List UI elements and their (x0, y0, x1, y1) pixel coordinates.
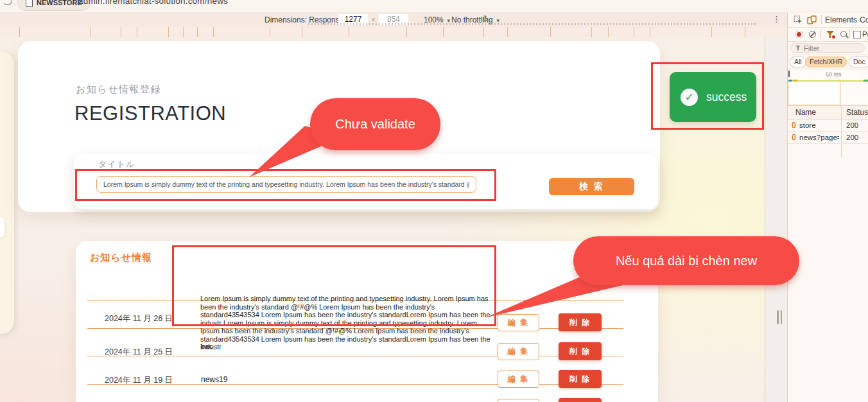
json-icon: {} (792, 134, 796, 140)
overview-bar (788, 80, 792, 82)
overview-bar (864, 80, 868, 82)
row-content: bac (201, 342, 213, 350)
screen: NEWSSTORE admin.firematchlat-solution.co… (0, 0, 868, 402)
browser-url-bar: NEWSSTORE admin.firematchlat-solution.co… (0, 0, 868, 12)
callout-validate: Chưa validate (310, 98, 440, 150)
annotation-rect-input (75, 169, 496, 201)
edit-button[interactable]: 編 集 (498, 314, 539, 331)
row-content: news19 (201, 375, 227, 384)
filter-pill-doc[interactable]: Doc (849, 57, 868, 67)
overview-bar (793, 80, 797, 82)
media-query-strip (308, 23, 758, 25)
column-name[interactable]: Name (795, 108, 816, 117)
device-toolbar: Dimensions: Responsive▼ 1277 × 854 100%▼… (0, 12, 787, 28)
device-toolbar-icon[interactable] (807, 15, 817, 24)
page-viewport: お知らせ情報登録 REGISTRATION タイトル 検 索 お知らせ情報 20… (0, 37, 765, 402)
filter-active-dot (832, 35, 835, 39)
preserve-log-label: Preserve log (862, 30, 868, 38)
tab-elements[interactable]: Elements (825, 15, 857, 24)
search-icon[interactable] (840, 31, 847, 37)
clear-network-icon[interactable] (809, 31, 816, 38)
delete-button[interactable]: 削 除 (559, 342, 602, 360)
side-drawer[interactable] (0, 51, 14, 334)
network-filter-input[interactable]: Filter (790, 43, 865, 53)
overview-selection-box (788, 80, 840, 105)
devtools-panel: Elements Console Preserve log Filter All… (787, 13, 868, 402)
network-overview[interactable]: 50 ms (788, 69, 868, 105)
edit-button[interactable]: 編 集 (498, 343, 539, 360)
page-icon (26, 0, 33, 7)
filter-pill-all[interactable]: All (790, 57, 806, 67)
check-circle-icon: ✓ (681, 89, 698, 106)
viewport-resize-handle[interactable] (777, 310, 782, 324)
drawer-handle[interactable] (0, 217, 4, 238)
edit-button[interactable]: 編 集 (498, 399, 539, 402)
timeline-time-label: 50 ms (826, 71, 842, 78)
tab-console[interactable]: Console (860, 15, 868, 24)
column-status[interactable]: Status (846, 108, 868, 117)
toast-text: success (706, 91, 747, 104)
row-date: 2024年 11 月 25 日 (105, 347, 173, 358)
edit-button[interactable]: 編 集 (498, 371, 539, 388)
site-pill-label: NEWSSTORE (37, 0, 82, 6)
inspect-element-icon[interactable] (794, 15, 803, 24)
filter-pill-fetch-xhr[interactable]: Fetch/XHR (805, 57, 847, 67)
more-options-icon[interactable]: ⋮ (772, 14, 781, 24)
annotation-rect-content (172, 245, 496, 326)
overview-bar (797, 80, 864, 82)
search-button[interactable]: 検 索 (549, 178, 634, 195)
request-row[interactable]: {} store 200 (788, 119, 868, 132)
delete-button[interactable]: 削 除 (559, 370, 602, 388)
reload-icon[interactable] (3, 0, 12, 5)
row-date: 2024年 11 月 19 日 (105, 375, 173, 386)
request-row[interactable]: {} news?page=1... 200 (788, 132, 868, 144)
record-network-icon[interactable] (795, 31, 803, 38)
filter-placeholder: Filter (804, 44, 819, 52)
address-url[interactable]: admin.firematchlat-solution.com/news (78, 0, 228, 6)
list-heading: お知らせ情報 (90, 252, 152, 264)
delete-button[interactable]: 削 除 (559, 398, 602, 402)
funnel-icon (795, 46, 801, 51)
device-ruler (0, 27, 787, 38)
delete-button[interactable]: 削 除 (559, 313, 602, 331)
row-date: 2024年 11 月 26 日 (105, 313, 173, 324)
requests-header: Name Status (788, 105, 868, 119)
success-toast: ✓ success (670, 72, 756, 122)
json-icon: {} (792, 121, 796, 128)
page-subtitle: お知らせ情報登録 (76, 83, 161, 96)
preserve-log-checkbox[interactable] (853, 31, 861, 39)
viewport-resize-track (765, 37, 788, 402)
page-title: REGISTRATION (74, 102, 226, 125)
callout-overflow: Nếu quá dài bị chèn new (573, 236, 799, 285)
